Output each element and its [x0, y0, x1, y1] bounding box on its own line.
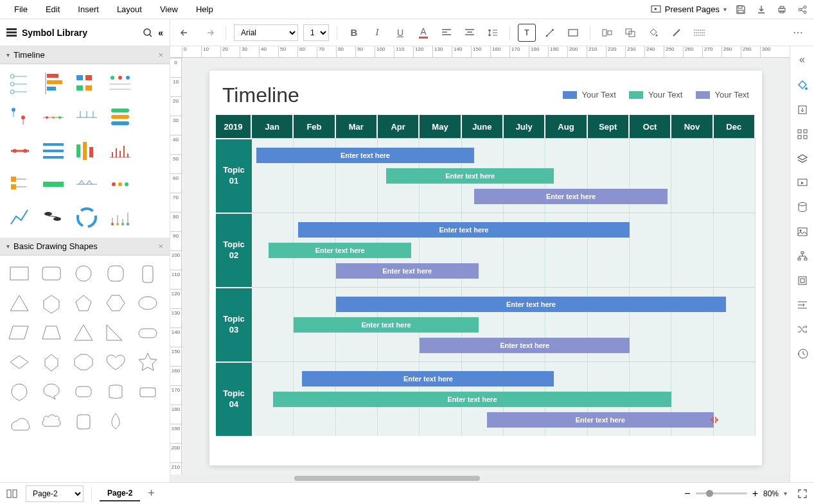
menu-help[interactable]: Help: [187, 2, 222, 17]
basic-shape-thumb[interactable]: [102, 349, 130, 375]
close-icon[interactable]: ×: [158, 241, 163, 251]
timeline-shape-thumb[interactable]: [39, 103, 68, 132]
timeline-shape-thumb[interactable]: [72, 136, 102, 166]
shape-tool-button[interactable]: [564, 24, 582, 42]
timeline-shape-thumb[interactable]: [5, 69, 35, 99]
grid-panel-icon[interactable]: [795, 127, 810, 141]
gantt-bar[interactable]: Enter text here: [269, 243, 411, 258]
export-panel-icon[interactable]: [795, 103, 810, 117]
gantt-bar[interactable]: Enter text here: [294, 317, 478, 333]
gantt-topic-cell[interactable]: Topic04: [216, 361, 252, 436]
basic-shape-thumb[interactable]: [134, 349, 162, 375]
undo-button[interactable]: [177, 24, 195, 42]
basic-shape-thumb[interactable]: [37, 261, 66, 286]
gantt-topic-cell[interactable]: Topic03: [216, 287, 252, 361]
basic-shapes-panel-header[interactable]: ▾ Basic Drawing Shapes ×: [0, 238, 170, 256]
font-color-button[interactable]: A: [414, 24, 432, 42]
basic-shape-thumb[interactable]: [37, 290, 66, 316]
stroke-button[interactable]: [668, 24, 686, 42]
align-center-button[interactable]: [461, 24, 479, 42]
legend-item[interactable]: Your Text: [563, 90, 617, 100]
bold-button[interactable]: B: [345, 24, 363, 42]
timeline-shape-thumb[interactable]: [105, 69, 135, 99]
basic-shape-thumb[interactable]: [69, 408, 98, 434]
download-icon[interactable]: [755, 3, 768, 16]
basic-shape-thumb[interactable]: [134, 320, 162, 345]
timeline-panel-header[interactable]: ▾ Timeline ×: [0, 46, 170, 64]
basic-shape-thumb[interactable]: [37, 408, 66, 434]
align-left-button[interactable]: [438, 24, 456, 42]
save-icon[interactable]: [734, 3, 747, 16]
horizontal-scrollbar[interactable]: [170, 474, 790, 482]
shuffle-panel-icon[interactable]: [795, 322, 810, 336]
basic-shape-thumb[interactable]: [134, 379, 162, 404]
collapse-left-icon[interactable]: «: [158, 28, 163, 38]
timeline-shape-thumb[interactable]: [5, 203, 35, 232]
menu-file[interactable]: File: [5, 2, 37, 17]
align-button[interactable]: [598, 24, 616, 42]
timeline-shape-thumb[interactable]: [5, 169, 35, 199]
gantt-bar[interactable]: Enter text here: [336, 263, 479, 279]
basic-shape-thumb[interactable]: [5, 290, 33, 316]
timeline-shape-thumb[interactable]: [105, 203, 135, 232]
group-button[interactable]: [621, 24, 639, 42]
close-icon[interactable]: ×: [158, 50, 163, 60]
menu-insert[interactable]: Insert: [69, 2, 108, 17]
line-style-button[interactable]: [691, 24, 709, 42]
basic-shape-thumb[interactable]: [69, 290, 98, 316]
timeline-shape-thumb[interactable]: [39, 203, 68, 232]
gantt-bar[interactable]: Enter text here: [273, 392, 672, 407]
fill-panel-icon[interactable]: [795, 78, 810, 92]
print-icon[interactable]: [775, 3, 788, 16]
timeline-shape-thumb[interactable]: [5, 136, 35, 166]
fullscreen-icon[interactable]: [797, 489, 808, 499]
zoom-out-button[interactable]: −: [684, 488, 690, 500]
zoom-level[interactable]: 80%: [763, 489, 779, 498]
zoom-in-button[interactable]: +: [752, 488, 758, 500]
timeline-shape-thumb[interactable]: [39, 136, 68, 166]
gantt-bar[interactable]: Enter text here: [302, 371, 554, 387]
basic-shape-thumb[interactable]: [69, 379, 98, 404]
more-button[interactable]: ⋯: [790, 24, 808, 42]
fill-button[interactable]: [644, 24, 662, 42]
gantt-bar[interactable]: Enter text here: [386, 168, 554, 184]
redo-button[interactable]: [200, 24, 218, 42]
timeline-shape-thumb[interactable]: [72, 103, 102, 132]
basic-shape-thumb[interactable]: [37, 320, 66, 345]
menu-view[interactable]: View: [151, 2, 187, 17]
page-tab[interactable]: Page-2: [100, 486, 140, 501]
timeline-shape-thumb[interactable]: [5, 103, 35, 132]
basic-shape-thumb[interactable]: [134, 261, 162, 286]
basic-shape-thumb[interactable]: [102, 379, 130, 404]
basic-shape-thumb[interactable]: [5, 320, 33, 345]
history-panel-icon[interactable]: [795, 347, 810, 361]
present-pages-button[interactable]: Present Pages ▾: [651, 4, 727, 15]
timeline-shape-thumb[interactable]: [105, 169, 135, 199]
gantt-bar[interactable]: Enter text here: [336, 297, 727, 312]
basic-shape-thumb[interactable]: [37, 349, 66, 375]
legend-item[interactable]: Your Text: [629, 90, 683, 100]
zoom-slider[interactable]: [696, 492, 747, 494]
menu-layout[interactable]: Layout: [108, 2, 151, 17]
sitemap-panel-icon[interactable]: [795, 249, 810, 263]
timeline-shape-thumb[interactable]: [72, 203, 102, 232]
menu-edit[interactable]: Edit: [37, 2, 69, 17]
basic-shape-thumb[interactable]: [102, 408, 130, 434]
basic-shape-thumb[interactable]: [102, 261, 130, 286]
frame-panel-icon[interactable]: [795, 274, 810, 288]
font-size-select[interactable]: 10: [303, 24, 329, 41]
basic-shape-thumb[interactable]: [37, 379, 66, 404]
basic-shape-thumb[interactable]: [5, 379, 33, 404]
gantt-bar[interactable]: Enter text here: [487, 412, 714, 428]
share-icon[interactable]: [796, 3, 809, 16]
resize-handle-icon[interactable]: [710, 415, 719, 424]
page-select[interactable]: Page-2: [26, 485, 84, 502]
basic-shape-thumb[interactable]: [102, 290, 130, 316]
basic-shape-thumb[interactable]: [5, 261, 33, 286]
basic-shape-thumb[interactable]: [102, 320, 130, 345]
timeline-shape-thumb[interactable]: [105, 136, 135, 166]
data-panel-icon[interactable]: [795, 200, 810, 214]
search-icon[interactable]: [143, 28, 153, 38]
page-canvas[interactable]: Timeline Your TextYour TextYour Text 201…: [209, 71, 762, 465]
timeline-shape-thumb[interactable]: [105, 103, 135, 132]
